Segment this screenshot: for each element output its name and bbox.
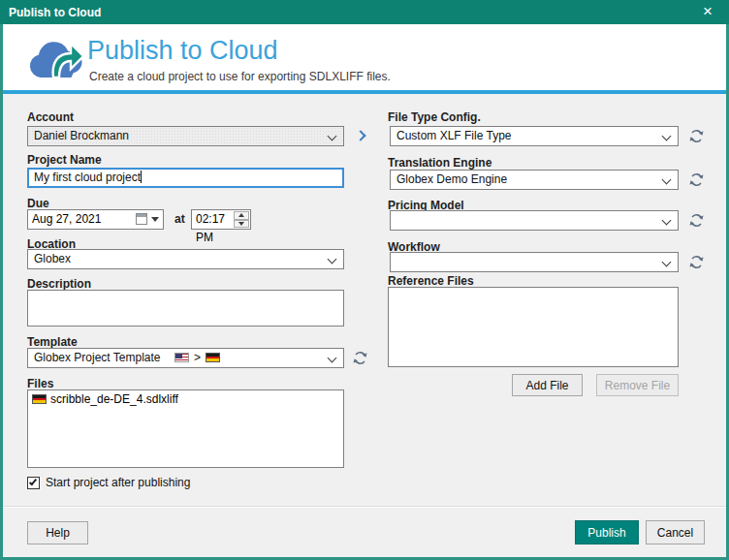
chevron-down-icon (662, 175, 672, 185)
translation-engine-label: Translation Engine (388, 156, 491, 170)
checkbox-box[interactable] (27, 477, 40, 489)
chevron-down-icon (662, 258, 672, 267)
translation-engine-select[interactable]: Globex Demo Engine (390, 170, 679, 190)
calendar-icon (136, 213, 147, 225)
due-date-picker[interactable]: Aug 27, 2021 (27, 209, 164, 230)
project-name-value: My first cloud project (34, 171, 141, 184)
file-list-item[interactable]: scribble_de-DE_4.sdlxliff (28, 390, 343, 408)
help-button[interactable]: Help (27, 521, 88, 544)
account-details-button[interactable] (353, 128, 370, 145)
refresh-icon (352, 350, 368, 366)
translation-engine-refresh-button[interactable] (688, 171, 705, 188)
time-spinner-down-button[interactable] (234, 220, 249, 229)
cloud-publish-icon (28, 33, 84, 87)
refresh-icon (688, 254, 705, 270)
chevron-down-icon (328, 132, 337, 141)
chevron-right-icon (355, 130, 365, 140)
de-flag-icon (32, 394, 47, 404)
files-label: Files (27, 377, 53, 390)
files-listbox[interactable]: scribble_de-DE_4.sdlxliff (27, 389, 344, 468)
spinner-down-icon (238, 222, 244, 226)
text-caret (141, 171, 142, 183)
checkbox-label: Start project after publishing (46, 476, 190, 489)
due-time-input[interactable]: 02:17 PM (191, 209, 251, 230)
account-select[interactable]: Daniel Brockmann (27, 126, 344, 146)
template-refresh-button[interactable] (352, 350, 368, 366)
chevron-down-icon (662, 132, 672, 141)
language-pair-separator: > (192, 351, 203, 364)
titlebar: Publish to Cloud × (0, 0, 729, 24)
refresh-icon (688, 212, 705, 229)
file-type-config-label: File Type Config. (388, 110, 481, 124)
due-time-value: 02:17 PM (196, 212, 225, 244)
file-type-config-select[interactable]: Custom XLF File Type (390, 126, 679, 146)
time-spinner-up-button[interactable] (234, 211, 249, 220)
workflow-select[interactable] (390, 252, 679, 272)
window-title: Publish to Cloud (0, 6, 101, 19)
chevron-down-icon (328, 354, 337, 363)
project-name-input[interactable]: My first cloud project (27, 168, 344, 188)
de-flag-icon (206, 353, 220, 362)
account-label: Account (27, 110, 74, 124)
file-type-config-value: Custom XLF File Type (396, 129, 512, 142)
translation-engine-value: Globex Demo Engine (396, 172, 507, 186)
location-value: Globex (34, 252, 71, 265)
page-subtitle: Create a cloud project to use for export… (89, 70, 391, 83)
publish-to-cloud-dialog: Publish to Cloud × Publish to Cloud Crea… (0, 0, 729, 560)
pricing-model-select[interactable] (390, 210, 679, 231)
file-name: scribble_de-DE_4.sdlxliff (50, 392, 178, 406)
remove-file-button[interactable]: Remove File (596, 374, 679, 396)
template-label: Template (27, 335, 78, 349)
checkmark-icon (29, 477, 37, 485)
due-label: Due (27, 197, 49, 210)
dialog-header: Publish to Cloud Create a cloud project … (3, 24, 726, 94)
template-select[interactable]: Globex Project Template > (27, 348, 344, 368)
pricing-model-refresh-button[interactable] (688, 212, 705, 229)
footer-divider (3, 506, 726, 508)
chevron-down-icon (151, 217, 159, 222)
reference-files-listbox[interactable] (388, 287, 679, 367)
reference-files-label: Reference Files (388, 274, 474, 288)
spinner-up-icon (238, 213, 244, 217)
due-date-value: Aug 27, 2021 (32, 212, 101, 226)
refresh-icon (688, 128, 705, 144)
account-value: Daniel Brockmann (34, 129, 129, 142)
due-at-label: at (174, 212, 185, 226)
refresh-icon (688, 171, 705, 188)
us-flag-icon (174, 353, 189, 362)
publish-button[interactable]: Publish (575, 520, 639, 544)
template-value: Globex Project Template (34, 351, 161, 364)
workflow-refresh-button[interactable] (688, 254, 705, 270)
close-icon[interactable]: × (696, 0, 719, 24)
project-name-label: Project Name (27, 153, 102, 167)
page-title: Publish to Cloud (87, 36, 278, 66)
start-after-publishing-checkbox[interactable]: Start project after publishing (27, 476, 190, 489)
file-type-config-refresh-button[interactable] (688, 128, 705, 144)
description-label: Description (27, 277, 91, 291)
location-select[interactable]: Globex (27, 249, 344, 269)
cancel-button[interactable]: Cancel (646, 520, 705, 544)
chevron-down-icon (662, 216, 672, 226)
description-textarea[interactable] (27, 290, 344, 327)
dialog-body: Publish to Cloud Create a cloud project … (0, 24, 729, 560)
add-file-button[interactable]: Add File (512, 374, 583, 396)
chevron-down-icon (328, 255, 337, 264)
